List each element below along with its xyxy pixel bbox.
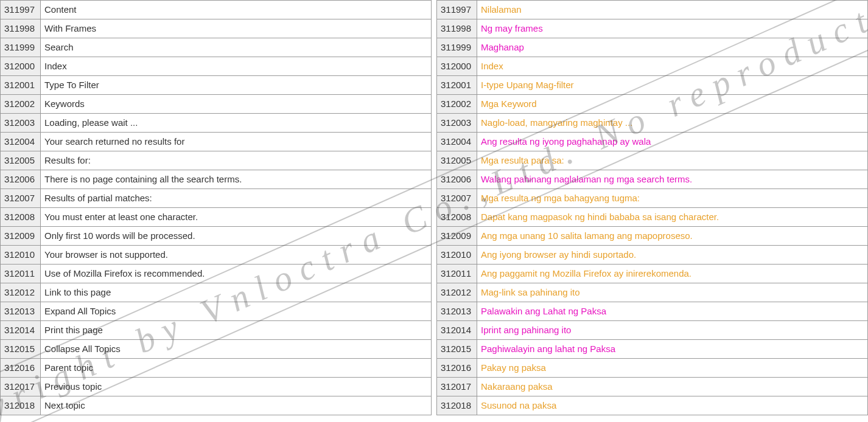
source-text[interactable]: Use of Mozilla Firefox is recommended. <box>41 265 432 283</box>
source-text[interactable]: You must enter at least one character. <box>41 208 432 227</box>
table-row[interactable]: 312008You must enter at least one charac… <box>1 208 432 227</box>
source-text[interactable]: Previous topic <box>41 378 432 396</box>
table-row[interactable]: 312000Index <box>1 57 432 76</box>
target-text[interactable]: Mga resulta para sa: <box>477 151 868 170</box>
source-text[interactable]: There is no page containing all the sear… <box>41 170 432 189</box>
source-text[interactable]: Link to this page <box>41 283 432 302</box>
target-text[interactable]: Nilalaman <box>477 1 868 19</box>
target-text[interactable]: Pakay ng paksa <box>477 359 868 378</box>
table-row[interactable]: 312015Paghiwalayin ang lahat ng Paksa <box>437 340 868 359</box>
source-text[interactable]: Type To Filter <box>41 76 432 95</box>
table-row[interactable]: 312011Use of Mozilla Firefox is recommen… <box>1 265 432 283</box>
target-text[interactable]: Mga resulta ng mga bahagyang tugma: <box>477 189 868 208</box>
table-row[interactable]: 312013Expand All Topics <box>1 302 432 321</box>
table-row[interactable]: 312012Mag-link sa pahinang ito <box>437 283 868 302</box>
row-id: 312006 <box>1 170 41 189</box>
table-row[interactable]: 312004Your search returned no results fo… <box>1 133 432 151</box>
source-text[interactable]: Index <box>41 57 432 76</box>
table-row[interactable]: 312015Collapse All Topics <box>1 340 432 359</box>
source-text[interactable]: Expand All Topics <box>41 302 432 321</box>
table-row[interactable]: 312009Only first 10 words will be proces… <box>1 227 432 246</box>
target-text[interactable]: Ang resulta ng iyong paghahanap ay wala <box>477 133 868 151</box>
table-row[interactable]: 312016Parent topic <box>1 359 432 378</box>
row-id: 311997 <box>437 1 477 19</box>
table-row[interactable]: 312000Index <box>437 57 868 76</box>
target-text[interactable]: Mag-link sa pahinang ito <box>477 283 868 302</box>
row-id: 312010 <box>437 246 477 265</box>
target-text[interactable]: Walang pahinang naglalaman ng mga search… <box>477 170 868 189</box>
table-row[interactable]: 312013Palawakin ang Lahat ng Paksa <box>437 302 868 321</box>
table-row[interactable]: 311999Maghanap <box>437 38 868 57</box>
table-row[interactable]: 312009Ang mga unang 10 salita lamang ang… <box>437 227 868 246</box>
table-row[interactable]: 312014Print this page <box>1 321 432 340</box>
row-id: 312011 <box>1 265 41 283</box>
target-text[interactable]: Ang paggamit ng Mozilla Firefox ay inire… <box>477 265 868 283</box>
table-row[interactable]: 312001I-type Upang Mag-filter <box>437 76 868 95</box>
table-row[interactable]: 312007Mga resulta ng mga bahagyang tugma… <box>437 189 868 208</box>
table-row[interactable]: 312017Nakaraang paksa <box>437 378 868 396</box>
table-row[interactable]: 312018Next topic <box>1 396 432 415</box>
target-text[interactable]: Susunod na paksa <box>477 396 868 415</box>
target-text[interactable]: Palawakin ang Lahat ng Paksa <box>477 302 868 321</box>
table-row[interactable]: 312005Results for: <box>1 151 432 170</box>
table-row[interactable]: 312006Walang pahinang naglalaman ng mga … <box>437 170 868 189</box>
target-text[interactable]: I-type Upang Mag-filter <box>477 76 868 95</box>
table-row[interactable]: 312001Type To Filter <box>1 76 432 95</box>
table-row[interactable]: 312010Your browser is not supported. <box>1 246 432 265</box>
table-row[interactable]: 312017Previous topic <box>1 378 432 396</box>
table-row[interactable]: 312006There is no page containing all th… <box>1 170 432 189</box>
row-id: 312005 <box>437 151 477 170</box>
table-row[interactable]: 312002Mga Keyword <box>437 95 868 114</box>
target-text[interactable]: Naglo-load, mangyaring maghintay ... <box>477 114 868 133</box>
table-row[interactable]: 312014Iprint ang pahinang ito <box>437 321 868 340</box>
target-text[interactable]: Ang iyong browser ay hindi suportado. <box>477 246 868 265</box>
table-row[interactable]: 312003Naglo-load, mangyaring maghintay .… <box>437 114 868 133</box>
table-row[interactable]: 312016Pakay ng paksa <box>437 359 868 378</box>
row-id: 312017 <box>1 378 41 396</box>
table-row[interactable]: 312003Loading, please wait ... <box>1 114 432 133</box>
table-row[interactable]: 312008Dapat kang magpasok ng hindi babab… <box>437 208 868 227</box>
source-text[interactable]: Parent topic <box>41 359 432 378</box>
table-row[interactable]: 312002Keywords <box>1 95 432 114</box>
source-text[interactable]: Collapse All Topics <box>41 340 432 359</box>
source-text[interactable]: Search <box>41 38 432 57</box>
table-row[interactable]: 312007Results of partial matches: <box>1 189 432 208</box>
source-text[interactable]: Content <box>41 1 432 19</box>
table-row[interactable]: 311999Search <box>1 38 432 57</box>
table-row[interactable]: 312018Susunod na paksa <box>437 396 868 415</box>
table-row[interactable]: 312012Link to this page <box>1 283 432 302</box>
row-id: 312004 <box>1 133 41 151</box>
source-text[interactable]: Next topic <box>41 396 432 415</box>
row-id: 312007 <box>1 189 41 208</box>
row-id: 312018 <box>437 396 477 415</box>
target-text[interactable]: Mga Keyword <box>477 95 868 114</box>
target-text[interactable]: Index <box>477 57 868 76</box>
source-text[interactable]: With Frames <box>41 19 432 38</box>
target-text[interactable]: Dapat kang magpasok ng hindi bababa sa i… <box>477 208 868 227</box>
table-row[interactable]: 311998Ng may frames <box>437 19 868 38</box>
table-row[interactable]: 311997Content <box>1 1 432 19</box>
source-text[interactable]: Loading, please wait ... <box>41 114 432 133</box>
target-text[interactable]: Ang mga unang 10 salita lamang ang mapop… <box>477 227 868 246</box>
target-text[interactable]: Ng may frames <box>477 19 868 38</box>
target-text[interactable]: Nakaraang paksa <box>477 378 868 396</box>
row-id: 312012 <box>437 283 477 302</box>
source-text[interactable]: Keywords <box>41 95 432 114</box>
row-id: 312013 <box>437 302 477 321</box>
table-row[interactable]: 312005Mga resulta para sa: <box>437 151 868 170</box>
source-text[interactable]: Only first 10 words will be processed. <box>41 227 432 246</box>
target-text[interactable]: Paghiwalayin ang lahat ng Paksa <box>477 340 868 359</box>
row-id: 312000 <box>1 57 41 76</box>
table-row[interactable]: 311997Nilalaman <box>437 1 868 19</box>
table-row[interactable]: 312010Ang iyong browser ay hindi suporta… <box>437 246 868 265</box>
table-row[interactable]: 312004Ang resulta ng iyong paghahanap ay… <box>437 133 868 151</box>
table-row[interactable]: 312011Ang paggamit ng Mozilla Firefox ay… <box>437 265 868 283</box>
source-text[interactable]: Results for: <box>41 151 432 170</box>
target-text[interactable]: Iprint ang pahinang ito <box>477 321 868 340</box>
table-row[interactable]: 311998With Frames <box>1 19 432 38</box>
source-text[interactable]: Print this page <box>41 321 432 340</box>
source-text[interactable]: Your search returned no results for <box>41 133 432 151</box>
target-text[interactable]: Maghanap <box>477 38 868 57</box>
source-text[interactable]: Your browser is not supported. <box>41 246 432 265</box>
source-text[interactable]: Results of partial matches: <box>41 189 432 208</box>
